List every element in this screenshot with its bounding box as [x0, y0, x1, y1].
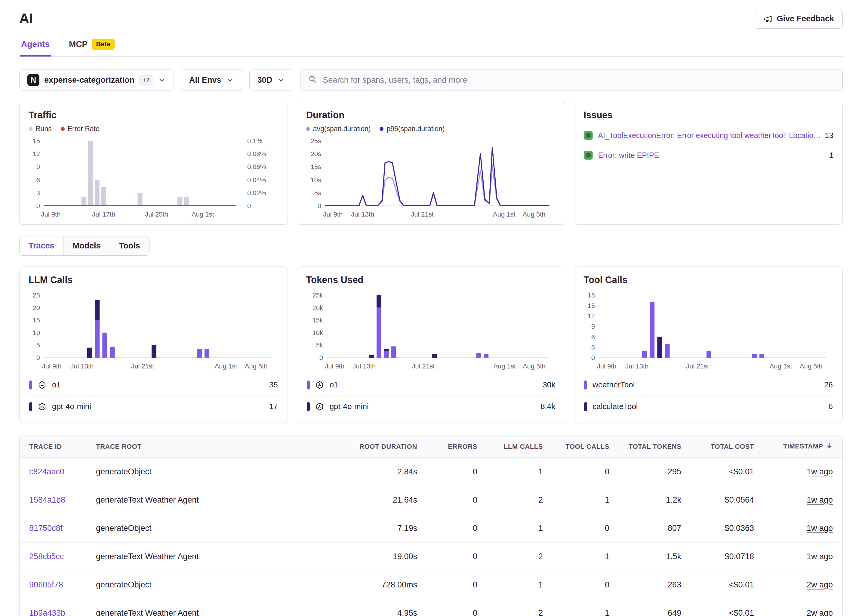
duration-card: Duration avg(span.duration) p95(span.dur…	[297, 102, 565, 225]
trace-id-link[interactable]: 81750c8f	[29, 524, 63, 533]
svg-text:Jul 9th: Jul 9th	[325, 363, 344, 370]
timestamp-link[interactable]: 1w ago	[807, 467, 833, 476]
total-cost-cell: <$0.01	[691, 458, 764, 486]
column-header-label: ROOT DURATION	[360, 443, 417, 450]
series-swatch	[584, 380, 587, 390]
svg-text:0.02%: 0.02%	[247, 189, 266, 197]
trace-root-cell: generateObject	[86, 514, 295, 543]
project-filter[interactable]: N expense-categorization +7	[19, 69, 174, 91]
search-box[interactable]	[300, 69, 843, 91]
table-row[interactable]: c824aac0 generateObject 2.84s 0 1 0 295 …	[20, 458, 842, 486]
trace-id-link[interactable]: c824aac0	[29, 467, 64, 476]
tab-mcp-label: MCP	[69, 39, 88, 49]
column-header[interactable]: ERRORS	[427, 436, 487, 458]
column-header[interactable]: LLM CALLS	[487, 436, 553, 458]
errors-cell: 0	[427, 571, 487, 599]
card-title: Issues	[584, 110, 834, 121]
svg-text:0: 0	[317, 202, 321, 210]
root-duration-cell: 4.95s	[295, 599, 427, 616]
column-header[interactable]: ROOT DURATION	[295, 436, 427, 458]
table-row[interactable]: 90605f78 generateObject 728.00ms 0 1 0 2…	[20, 571, 842, 599]
table-row[interactable]: 1584a1b8 generateText Weather Agent 21.6…	[20, 486, 842, 514]
legend-label: p95(span.duration)	[386, 125, 444, 133]
series-row: o1 30k	[306, 374, 556, 396]
trace-id-link[interactable]: 90605f78	[29, 580, 63, 589]
svg-text:Aug 1st: Aug 1st	[192, 211, 214, 218]
svg-text:3: 3	[36, 189, 40, 197]
timestamp-link[interactable]: 2w ago	[807, 608, 833, 616]
range-filter[interactable]: 30D	[249, 69, 293, 91]
nextjs-icon: N	[27, 74, 39, 86]
series-row: o1 35	[28, 374, 278, 396]
issues-list: AI_ToolExecutionError: Error executing t…	[584, 126, 834, 165]
column-header[interactable]: TOTAL TOKENS	[619, 436, 691, 458]
subtab-tools[interactable]: Tools	[110, 236, 149, 255]
column-header[interactable]: TIMESTAMP	[764, 436, 842, 458]
column-header[interactable]: TOOL CALLS	[553, 436, 619, 458]
series-row: calculateTool 6	[584, 396, 834, 417]
series-name: calculateTool	[592, 402, 637, 411]
svg-text:9: 9	[591, 323, 595, 330]
issue-link[interactable]: AI_ToolExecutionError: Error executing t…	[598, 131, 820, 140]
svg-text:0.06%: 0.06%	[247, 163, 266, 171]
svg-text:25s: 25s	[310, 137, 321, 145]
svg-text:Jul 9th: Jul 9th	[597, 363, 617, 370]
column-header[interactable]: TOTAL COST	[691, 436, 764, 458]
legend-dot	[28, 127, 33, 131]
traffic-chart: 0369121500.02%0.04%0.06%0.08%0.1%Jul 9th…	[28, 136, 278, 219]
timestamp-link[interactable]: 1w ago	[807, 552, 833, 561]
timestamp-link[interactable]: 2w ago	[807, 580, 833, 589]
legend-dot	[61, 127, 65, 131]
svg-text:15: 15	[33, 137, 40, 145]
table-row[interactable]: 258cb5cc generateText Weather Agent 19.0…	[20, 543, 842, 571]
openai-icon	[315, 402, 324, 411]
traffic-card: Traffic Runs Error Rate 0369121500.02%0.…	[19, 102, 288, 225]
subtab-models[interactable]: Models	[63, 236, 110, 255]
table-row[interactable]: 1b9a433b generateText Weather Agent 4.95…	[20, 599, 842, 616]
series-list: weatherTool 26 calculateTool 6	[584, 374, 834, 417]
openai-icon	[38, 380, 47, 390]
trace-view-switcher: Traces Models Tools	[19, 236, 149, 256]
trace-id-link[interactable]: 1b9a433b	[29, 608, 65, 616]
series-name: gpt-4o-mini	[52, 402, 91, 411]
issue-row: Error: write EPIPE 1	[584, 145, 834, 165]
errors-cell: 0	[427, 543, 487, 571]
tab-agents[interactable]: Agents	[20, 38, 51, 57]
trace-id-link[interactable]: 258cb5cc	[29, 552, 64, 561]
issue-link[interactable]: Error: write EPIPE	[598, 151, 824, 160]
svg-text:12: 12	[588, 312, 595, 320]
timestamp-link[interactable]: 1w ago	[807, 524, 833, 533]
series-value: 17	[269, 402, 278, 411]
series-value: 26	[824, 380, 833, 390]
svg-text:0: 0	[319, 354, 323, 361]
series-row: gpt-4o-mini 8.4k	[306, 396, 556, 417]
chart-legend: Runs Error Rate	[28, 125, 278, 133]
llm-calls-cell: 1	[487, 514, 553, 543]
tool-calls-cell: 1	[553, 543, 619, 571]
project-extra-badge: +7	[139, 75, 153, 85]
svg-text:Aug 5th: Aug 5th	[523, 211, 545, 218]
total-tokens-cell: 295	[619, 458, 691, 486]
filter-bar: N expense-categorization +7 All Envs 30D	[19, 69, 843, 91]
legend-item: avg(span.duration)	[306, 125, 371, 133]
tab-mcp[interactable]: MCP Beta	[68, 38, 116, 57]
env-filter[interactable]: All Envs	[181, 69, 242, 91]
subtab-traces[interactable]: Traces	[20, 236, 63, 255]
chart-legend: avg(span.duration) p95(span.duration)	[306, 125, 556, 133]
timestamp-link[interactable]: 1w ago	[807, 495, 833, 504]
svg-text:0.08%: 0.08%	[247, 150, 266, 158]
table-row[interactable]: 81750c8f generateObject 7.19s 0 1 0 807 …	[20, 514, 842, 543]
give-feedback-button[interactable]: Give Feedback	[755, 9, 843, 28]
column-header[interactable]: TRACE ROOT	[86, 436, 295, 458]
search-input[interactable]	[322, 75, 835, 85]
tool-calls-cell: 1	[553, 486, 619, 514]
svg-text:Aug 5th: Aug 5th	[800, 363, 823, 370]
svg-text:20s: 20s	[310, 150, 321, 158]
svg-text:5k: 5k	[316, 341, 323, 349]
svg-text:Jul 9th: Jul 9th	[42, 363, 62, 370]
svg-text:Jul 21st: Jul 21st	[411, 211, 434, 218]
legend-item: p95(span.duration)	[380, 125, 444, 133]
column-header[interactable]: TRACE ID	[20, 436, 86, 458]
tokens-used-chart: 05k10k15k20k25kJul 9thJul 13thJul 21stAu…	[306, 290, 556, 371]
trace-id-link[interactable]: 1584a1b8	[29, 495, 65, 504]
